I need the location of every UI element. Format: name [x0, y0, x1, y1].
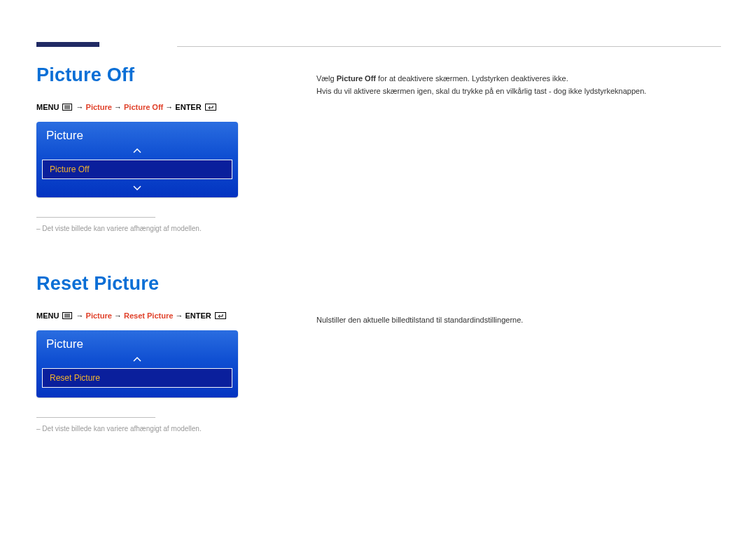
menu-icon: [62, 104, 72, 112]
breadcrumb-menu: MENU: [36, 103, 59, 111]
osd-card-picture-off: Picture Picture Off: [36, 122, 238, 197]
breadcrumb-menu: MENU: [36, 311, 59, 320]
section2-description: Nulstiller den aktuelle billedtilstand t…: [316, 314, 721, 327]
osd-item-picture-off[interactable]: Picture Off: [42, 160, 232, 179]
footnote-text: Det viste billede kan variere afhængigt …: [42, 425, 201, 433]
section2-footnote: – Det viste billede kan variere afhængig…: [36, 425, 274, 433]
breadcrumb-enter: ENTER: [175, 103, 201, 111]
chevron-down-icon: [36, 183, 238, 192]
section2-breadcrumb: MENU → Picture → Reset Picture → ENTER: [36, 311, 274, 321]
osd-item-reset-picture[interactable]: Reset Picture: [42, 368, 232, 388]
header-rule: [177, 46, 721, 47]
enter-icon: [205, 104, 216, 112]
section1-title: Picture Off: [36, 64, 274, 86]
breadcrumb-enter: ENTER: [185, 311, 211, 320]
osd-title: Picture: [36, 337, 238, 356]
desc-post: for at deaktivere skærmen. Lydstyrken de…: [376, 74, 568, 83]
chevron-up-icon: [36, 356, 238, 364]
footnote-text: Det viste billede kan variere afhængigt …: [42, 225, 201, 232]
breadcrumb-p1: Picture: [86, 103, 112, 111]
osd-card-reset-picture: Picture Reset Picture: [36, 330, 238, 398]
svg-rect-9: [215, 313, 225, 319]
svg-rect-4: [205, 104, 216, 111]
chevron-up-icon: [36, 147, 238, 155]
breadcrumb-p2: Reset Picture: [124, 311, 173, 320]
menu-icon: [62, 312, 72, 321]
footnote-rule: [36, 417, 155, 418]
header-tab-marker: [36, 42, 99, 47]
footnote-rule: [36, 217, 155, 218]
section2-title: Reset Picture: [36, 273, 274, 295]
osd-title: Picture: [36, 129, 238, 147]
breadcrumb-p2: Picture Off: [124, 103, 163, 111]
section1-description: Vælg Picture Off for at deaktivere skærm…: [316, 73, 721, 85]
breadcrumb-p1: Picture: [86, 311, 112, 320]
section1-breadcrumb: MENU → Picture → Picture Off → ENTER: [36, 103, 274, 112]
enter-icon: [215, 312, 226, 321]
desc-pre: Vælg: [316, 74, 337, 83]
section1-footnote: – Det viste billede kan variere afhængig…: [36, 225, 274, 232]
desc-bold: Picture Off: [337, 74, 376, 83]
section1-description-2: Hvis du vil aktivere skærmen igen, skal …: [316, 85, 721, 98]
